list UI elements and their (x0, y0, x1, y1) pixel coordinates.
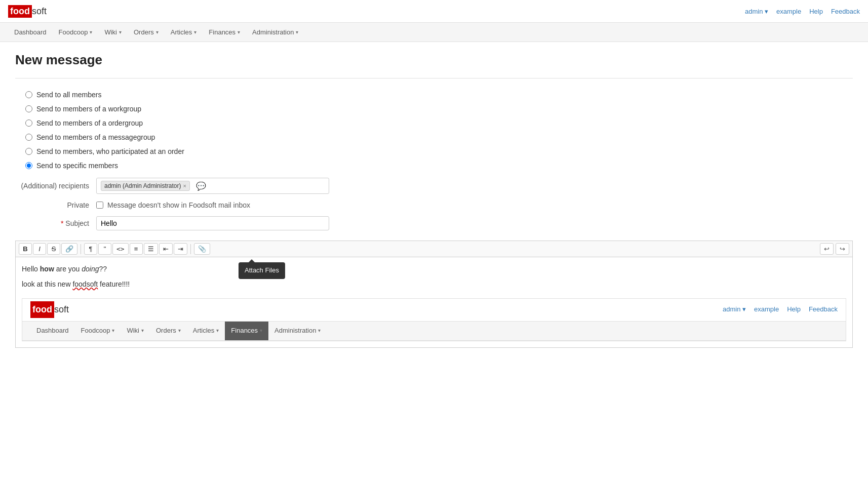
radio-messagegroup: Send to members of a messagegroup (25, 133, 853, 141)
admin-dropdown[interactable]: admin ▾ (745, 8, 768, 15)
recipients-field: (Additional) recipients admin (Admin Adm… (15, 178, 853, 194)
inner-administration-arrow: ▾ (318, 327, 321, 335)
inner-top-navbar: foodsoft admin ▾ example Help Feedback (22, 299, 846, 322)
inner-finances-arrow: ▾ (260, 327, 262, 335)
radio-all-members: Send to all members (25, 91, 853, 99)
private-label: Private (15, 201, 96, 209)
inner-nav-foodcoop: Foodcoop ▾ (75, 322, 121, 340)
top-navbar: foodsoft admin ▾ example Help Feedback (0, 0, 868, 23)
nav-finances[interactable]: Finances ▾ (203, 24, 246, 40)
subject-label: Subject (15, 219, 96, 227)
inner-nav-wiki: Wiki ▾ (121, 322, 150, 340)
editor-bold-how: how (40, 265, 54, 273)
bullet-list-btn[interactable]: ≡ (130, 243, 143, 255)
inner-feedback-link: Feedback (809, 304, 838, 315)
radio-ordergroup-input[interactable] (25, 120, 32, 127)
strikethrough-btn[interactable]: S (47, 243, 60, 255)
page-title: New message (15, 52, 853, 68)
ordered-list-btn[interactable]: ☰ (144, 243, 158, 255)
editor-feature: feature!!!! (98, 280, 130, 288)
logo-food: food (8, 5, 32, 18)
recipients-input[interactable]: admin (Admin Administrator) × 💬 (96, 178, 329, 194)
radio-messagegroup-input[interactable] (25, 134, 32, 141)
italic-btn[interactable]: I (33, 243, 46, 255)
editor-hello: Hello (22, 265, 40, 273)
administration-arrow: ▾ (296, 29, 298, 35)
nav-orders[interactable]: Orders ▾ (128, 24, 165, 40)
inner-nav-orders: Orders ▾ (150, 322, 187, 340)
undo-btn[interactable]: ↩ (820, 243, 834, 255)
link-btn[interactable]: 🔗 (61, 243, 77, 255)
nav-administration[interactable]: Administration ▾ (246, 24, 304, 40)
recipient-tag[interactable]: admin (Admin Administrator) × (101, 181, 190, 191)
radio-ordergroup: Send to members of a ordergroup (25, 119, 853, 127)
radio-ordergroup-label: Send to members of a ordergroup (36, 119, 143, 127)
code-btn[interactable]: <> (112, 243, 129, 255)
inner-orders-arrow: ▾ (178, 327, 181, 335)
feedback-link[interactable]: Feedback (831, 8, 860, 15)
radio-section: Send to all members Send to members of a… (25, 91, 853, 170)
radio-participated-label: Send to members, who participated at an … (36, 147, 184, 155)
inner-wiki-arrow: ▾ (141, 327, 144, 335)
decrease-indent-btn[interactable]: ⇤ (159, 243, 173, 255)
radio-all-members-input[interactable] (25, 91, 32, 98)
radio-messagegroup-label: Send to members of a messagegroup (36, 133, 155, 141)
editor-are-you: are you (54, 265, 82, 273)
subject-input[interactable] (96, 216, 329, 230)
inner-admin-dropdown: admin ▾ (723, 304, 746, 315)
inner-help-link: Help (787, 304, 801, 315)
radio-participated: Send to members, who participated at an … (25, 147, 853, 155)
quote-btn[interactable]: " (98, 243, 111, 255)
help-link[interactable]: Help (809, 8, 823, 15)
editor-line-1: Hello how are you doing?? (22, 263, 846, 274)
editor-line-2: look at this new foodsoft feature!!!! (22, 279, 846, 290)
inner-logo-soft: soft (54, 302, 69, 317)
toolbar-sep-2 (190, 244, 191, 254)
inner-logo: foodsoft (30, 301, 69, 318)
title-divider (15, 78, 853, 78)
radio-all-members-label: Send to all members (36, 91, 101, 99)
finances-arrow: ▾ (238, 29, 240, 35)
orders-arrow: ▾ (156, 29, 159, 35)
radio-participated-input[interactable] (25, 148, 32, 155)
toolbar-sep-1 (81, 244, 81, 254)
bold-btn[interactable]: B (19, 243, 32, 255)
nav-wiki[interactable]: Wiki ▾ (98, 24, 128, 40)
editor-italic-doing: doing (82, 265, 99, 273)
logo-soft: soft (32, 6, 47, 17)
inner-top-nav-links: admin ▾ example Help Feedback (723, 304, 838, 315)
recipient-tag-text: admin (Admin Administrator) (104, 182, 181, 189)
heading-btn[interactable]: ¶ (84, 243, 97, 255)
editor-underline-foodsoft: foodsoft (72, 280, 98, 288)
secondary-navbar: Dashboard Foodcoop ▾ Wiki ▾ Orders ▾ Art… (0, 23, 868, 42)
radio-specific-label: Send to specific members (36, 162, 118, 170)
wiki-arrow: ▾ (119, 29, 122, 35)
nav-articles[interactable]: Articles ▾ (165, 24, 203, 40)
main-content: New message Send to all members Send to … (0, 42, 868, 358)
nav-dashboard[interactable]: Dashboard (8, 24, 53, 40)
increase-indent-btn[interactable]: ⇥ (174, 243, 187, 255)
recipient-remove-btn[interactable]: × (183, 183, 186, 189)
toolbar-right: ↩ ↪ (820, 243, 849, 255)
inner-secondary-navbar: Dashboard Foodcoop ▾ Wiki ▾ Orders ▾ Art… (22, 322, 846, 341)
editor-suffix: ?? (99, 265, 107, 273)
articles-arrow: ▾ (194, 29, 196, 35)
editor-content[interactable]: Hello how are you doing?? look at this n… (15, 257, 853, 348)
nav-foodcoop[interactable]: Foodcoop ▾ (53, 24, 99, 40)
top-nav-links: admin ▾ example Help Feedback (745, 8, 860, 15)
inner-nav-finances: Finances ▾ (225, 322, 268, 340)
redo-btn[interactable]: ↪ (836, 243, 849, 255)
radio-specific-input[interactable] (25, 162, 32, 169)
radio-workgroup: Send to members of a workgroup (25, 105, 853, 113)
logo[interactable]: foodsoft (8, 5, 47, 18)
inner-nav-dashboard: Dashboard (30, 322, 75, 340)
inner-foodcoop-arrow: ▾ (112, 327, 114, 335)
attach-btn[interactable]: 📎 (194, 243, 210, 255)
example-link[interactable]: example (776, 8, 801, 15)
private-field: Private Message doesn't show in Foodsoft… (15, 201, 853, 209)
radio-workgroup-input[interactable] (25, 105, 32, 112)
private-checkbox-container: Message doesn't show in Foodsoft mail in… (96, 201, 250, 209)
inner-example-link: example (754, 304, 779, 315)
private-checkbox[interactable] (96, 202, 103, 209)
editor-look: look at this new (22, 280, 72, 288)
